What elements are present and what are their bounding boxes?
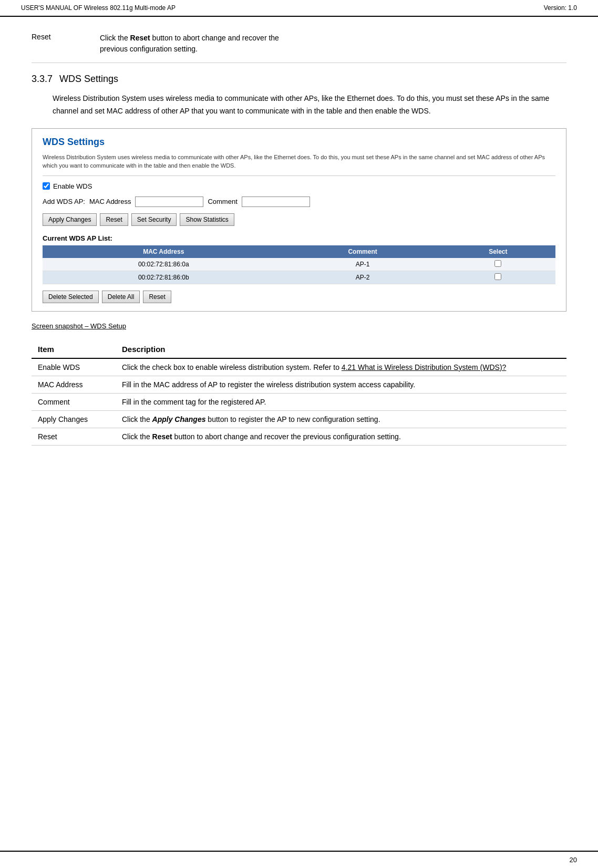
page-header: USER'S MANUAL OF Wireless 802.11g Multi-… (0, 0, 598, 17)
reset-desc-pre: Click the (100, 34, 130, 42)
current-list-label: Current WDS AP List: (43, 234, 555, 242)
apply-changes-button[interactable]: Apply Changes (43, 213, 97, 226)
bottom-buttons-row: Delete Selected Delete All Reset (43, 291, 555, 303)
page-number: 20 (570, 856, 577, 864)
page-footer: 20 (0, 851, 598, 868)
header-left: USER'S MANUAL OF Wireless 802.11g Multi-… (21, 4, 176, 12)
bottom-reset-button[interactable]: Reset (143, 291, 171, 303)
col-comment: Comment (285, 245, 441, 258)
desc-mac-address: Fill in the MAC address of AP to registe… (116, 376, 566, 393)
wds-settings-box: WDS Settings Wireless Distribution Syste… (32, 128, 566, 312)
item-comment: Comment (32, 393, 116, 410)
desc-reset: Click the Reset button to abort change a… (116, 428, 566, 445)
section-title: WDS Settings (59, 74, 118, 84)
enable-wds-label: Enable WDS (53, 182, 92, 190)
col-item: Item (32, 340, 116, 358)
mac-address-label: MAC Address (89, 198, 131, 205)
desc-comment: Fill in the comment tag for the register… (116, 393, 566, 410)
add-wds-ap-row: Add WDS AP: MAC Address Comment (43, 197, 555, 207)
select-checkbox[interactable] (494, 260, 501, 267)
cell-comment: AP-1 (285, 258, 441, 271)
item-reset: Reset (32, 428, 116, 445)
col-mac-address: MAC Address (43, 245, 285, 258)
description-table: Item Description Enable WDS Click the ch… (32, 340, 566, 446)
section-heading: 3.3.7 WDS Settings (32, 74, 566, 85)
cell-select (441, 271, 555, 284)
cell-mac: 00:02:72:81:86:0b (43, 271, 285, 284)
screen-snapshot-label: Screen snapshot – WDS Setup (32, 322, 566, 330)
table-row: Apply Changes Click the Apply Changes bu… (32, 410, 566, 428)
table-header-row: MAC Address Comment Select (43, 245, 555, 258)
table-row: MAC Address Fill in the MAC address of A… (32, 376, 566, 393)
col-select: Select (441, 245, 555, 258)
wds-ap-table: MAC Address Comment Select 00:02:72:81:8… (43, 245, 555, 284)
reset-button[interactable]: Reset (100, 213, 128, 226)
header-right: Version: 1.0 (544, 4, 577, 12)
wds-box-title: WDS Settings (43, 137, 555, 148)
cell-select (441, 258, 555, 271)
main-content: Reset Click the Reset button to abort ch… (0, 17, 598, 477)
section-number: 3.3.7 (32, 74, 53, 84)
item-enable-wds: Enable WDS (32, 358, 116, 376)
desc-apply-changes: Click the Apply Changes button to regist… (116, 410, 566, 428)
reset-desc: Click the Reset button to abort change a… (100, 33, 566, 55)
table-row: Enable WDS Click the check box to enable… (32, 358, 566, 376)
table-row: Comment Fill in the comment tag for the … (32, 393, 566, 410)
col-description: Description (116, 340, 566, 358)
desc-enable-wds: Click the check box to enable wireless d… (116, 358, 566, 376)
set-security-button[interactable]: Set Security (131, 213, 177, 226)
reset-desc-line2: previous configuration setting. (100, 45, 198, 53)
reset-bold: Reset (130, 34, 150, 42)
section-description: Wireless Distribution System uses wirele… (32, 92, 566, 118)
select-checkbox[interactable] (494, 273, 501, 280)
add-wds-ap-label: Add WDS AP: (43, 198, 85, 205)
table-row: Reset Click the Reset button to abort ch… (32, 428, 566, 445)
enable-wds-checkbox[interactable] (43, 182, 50, 190)
table-row: 00:02:72:81:86:0a AP-1 (43, 258, 555, 271)
show-statistics-button[interactable]: Show Statistics (180, 213, 234, 226)
table-row: 00:02:72:81:86:0b AP-2 (43, 271, 555, 284)
action-buttons-row: Apply Changes Reset Set Security Show St… (43, 213, 555, 226)
item-apply-changes: Apply Changes (32, 410, 116, 428)
mac-address-input[interactable] (135, 197, 203, 207)
delete-all-button[interactable]: Delete All (102, 291, 140, 303)
wds-box-description: Wireless Distribution System uses wirele… (43, 153, 555, 176)
cell-comment: AP-2 (285, 271, 441, 284)
desc-table-header: Item Description (32, 340, 566, 358)
enable-wds-row: Enable WDS (43, 182, 555, 190)
reset-desc-post: button to abort change and recover the (150, 34, 279, 42)
item-mac-address: MAC Address (32, 376, 116, 393)
delete-selected-button[interactable]: Delete Selected (43, 291, 99, 303)
wds-link: 4.21 What is Wireless Distribution Syste… (342, 363, 507, 371)
cell-mac: 00:02:72:81:86:0a (43, 258, 285, 271)
comment-input[interactable] (242, 197, 310, 207)
reset-row: Reset Click the Reset button to abort ch… (32, 27, 566, 63)
comment-label: Comment (208, 198, 237, 205)
reset-label: Reset (32, 33, 100, 55)
